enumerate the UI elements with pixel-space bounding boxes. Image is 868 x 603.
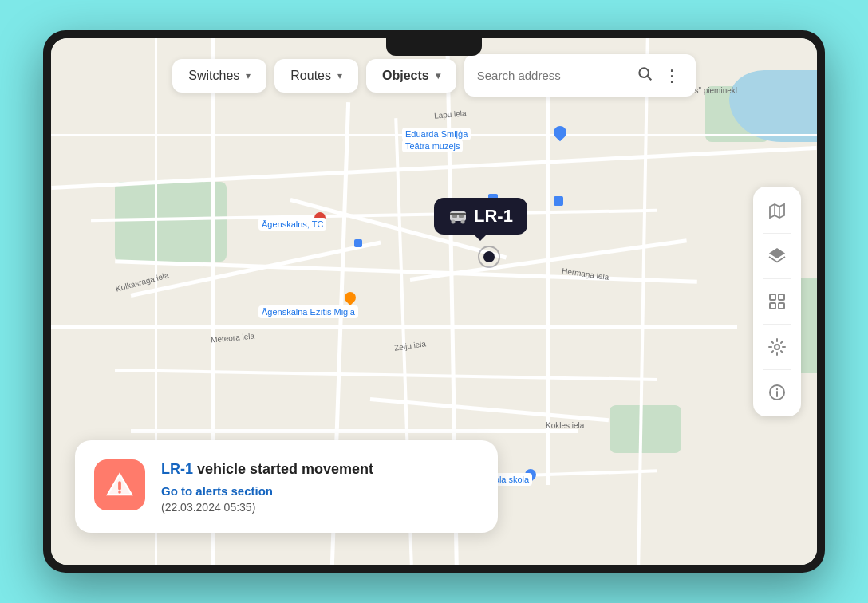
marker-square-2 bbox=[554, 196, 563, 206]
road-h5 bbox=[115, 368, 657, 381]
settings-button[interactable] bbox=[760, 329, 795, 365]
alert-title: LR-1 vehicle started movement bbox=[161, 459, 479, 479]
sidebar-divider-1 bbox=[763, 233, 791, 234]
svg-point-6 bbox=[461, 220, 465, 224]
sidebar-divider-4 bbox=[763, 369, 791, 370]
right-sidebar bbox=[753, 187, 801, 416]
svg-rect-11 bbox=[770, 294, 775, 300]
routes-chevron: ▾ bbox=[337, 70, 342, 81]
svg-rect-12 bbox=[779, 294, 784, 300]
svg-rect-7 bbox=[450, 213, 466, 215]
search-icon bbox=[637, 65, 653, 81]
device-notch bbox=[386, 38, 482, 56]
green-area-4 bbox=[610, 405, 681, 453]
toolbar: Switches ▾ Routes ▾ Objects ▾ ⋮ bbox=[51, 54, 817, 97]
svg-point-5 bbox=[452, 220, 456, 224]
vehicle-label: LR-1 bbox=[434, 198, 527, 235]
svg-line-1 bbox=[647, 77, 651, 81]
screen: Lapu iela Bāriņu iela Hermaņa iela Kolka… bbox=[51, 38, 817, 565]
pin-orange bbox=[342, 290, 358, 305]
poi-agenskalna: Āgenskalna Ezītis Miglā bbox=[258, 305, 358, 318]
map-icon bbox=[767, 201, 787, 220]
routes-label: Routes bbox=[290, 69, 331, 83]
info-icon bbox=[767, 383, 787, 402]
device-frame: Lapu iela Bāriņu iela Hermaņa iela Kolka… bbox=[43, 30, 825, 573]
svg-point-0 bbox=[639, 68, 649, 77]
objects-button[interactable]: Objects ▾ bbox=[366, 59, 456, 93]
search-box: ⋮ bbox=[464, 54, 696, 97]
alert-content: LR-1 vehicle started movement Go to aler… bbox=[161, 459, 479, 514]
routes-button[interactable]: Routes ▾ bbox=[274, 59, 358, 93]
map-view-button[interactable] bbox=[760, 193, 795, 228]
alert-triangle-icon bbox=[105, 471, 134, 499]
marker-square-3 bbox=[354, 239, 362, 247]
road-v4 bbox=[546, 86, 550, 485]
switches-button[interactable]: Switches ▾ bbox=[172, 59, 266, 93]
vehicle-dot-inner bbox=[483, 251, 495, 262]
search-button[interactable] bbox=[635, 64, 654, 87]
frame-button[interactable] bbox=[760, 284, 795, 319]
layers-icon bbox=[767, 246, 787, 266]
frame-icon bbox=[767, 292, 787, 311]
search-input[interactable] bbox=[477, 69, 629, 82]
alert-card: LR-1 vehicle started movement Go to aler… bbox=[75, 440, 498, 533]
info-button[interactable] bbox=[760, 375, 795, 410]
pin-teatrs bbox=[551, 124, 570, 142]
alert-timestamp: (22.03.2024 05:35) bbox=[161, 501, 479, 514]
alert-link-text: Go to alerts section bbox=[161, 484, 273, 498]
road-v5 bbox=[637, 38, 649, 565]
alert-icon-wrap bbox=[94, 459, 145, 510]
svg-point-20 bbox=[118, 491, 121, 494]
road-h1 bbox=[52, 146, 817, 190]
svg-marker-10 bbox=[769, 248, 785, 258]
switches-label: Switches bbox=[188, 69, 239, 83]
poi-agenskalns-tc: Āgenskalns, TC bbox=[258, 218, 326, 231]
alert-link[interactable]: Go to alerts section bbox=[161, 484, 479, 498]
poi-teatra: Teātra muzejs bbox=[402, 140, 463, 152]
road-h6 bbox=[131, 429, 578, 433]
road-h4 bbox=[51, 325, 737, 329]
settings-icon bbox=[767, 337, 787, 357]
layers-button[interactable] bbox=[760, 238, 795, 274]
vehicle-icon bbox=[448, 208, 468, 224]
switches-chevron: ▾ bbox=[246, 70, 251, 81]
svg-rect-13 bbox=[770, 303, 775, 309]
road-label-zelju: Zelju iela bbox=[393, 339, 426, 352]
objects-label: Objects bbox=[382, 69, 429, 83]
svg-point-18 bbox=[776, 388, 778, 390]
vehicle-id-label: LR-1 bbox=[474, 206, 513, 227]
sidebar-divider-2 bbox=[763, 278, 791, 279]
sidebar-divider-3 bbox=[763, 324, 791, 325]
vehicle-dot bbox=[478, 246, 500, 268]
objects-chevron: ▾ bbox=[436, 70, 440, 81]
poi-eduarda: Eduarda Smiļģa bbox=[402, 128, 471, 140]
svg-point-15 bbox=[775, 345, 779, 349]
svg-rect-14 bbox=[779, 303, 784, 309]
green-area-1 bbox=[115, 182, 227, 262]
road-label-meteora: Meteora iela bbox=[211, 332, 255, 345]
alert-vehicle-id: LR-1 bbox=[161, 461, 193, 477]
alert-message-text: vehicle started movement bbox=[193, 461, 373, 477]
more-options-button[interactable]: ⋮ bbox=[661, 65, 683, 87]
